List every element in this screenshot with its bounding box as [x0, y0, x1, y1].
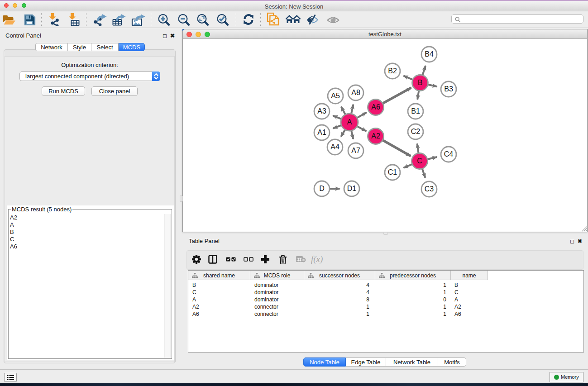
svg-text:B2: B2 [388, 67, 397, 75]
svg-text:A5: A5 [331, 92, 340, 100]
svg-text:C4: C4 [444, 150, 453, 158]
svg-text:B: B [417, 79, 422, 86]
svg-text:D1: D1 [347, 185, 356, 192]
svg-text:A: A [347, 118, 352, 126]
svg-text:A8: A8 [351, 89, 360, 96]
svg-text:A2: A2 [371, 132, 380, 140]
svg-text:A3: A3 [317, 107, 326, 115]
svg-text:B3: B3 [444, 85, 453, 93]
svg-text:C1: C1 [387, 168, 397, 176]
svg-text:C2: C2 [411, 128, 420, 135]
svg-text:A7: A7 [351, 147, 360, 154]
svg-text:B4: B4 [425, 50, 434, 58]
svg-text:A1: A1 [317, 129, 326, 136]
svg-text:C: C [417, 157, 422, 165]
svg-text:D: D [319, 185, 325, 192]
svg-text:A6: A6 [371, 103, 380, 111]
svg-text:B1: B1 [411, 107, 420, 115]
svg-text:C3: C3 [424, 185, 434, 193]
svg-text:A4: A4 [330, 143, 339, 151]
